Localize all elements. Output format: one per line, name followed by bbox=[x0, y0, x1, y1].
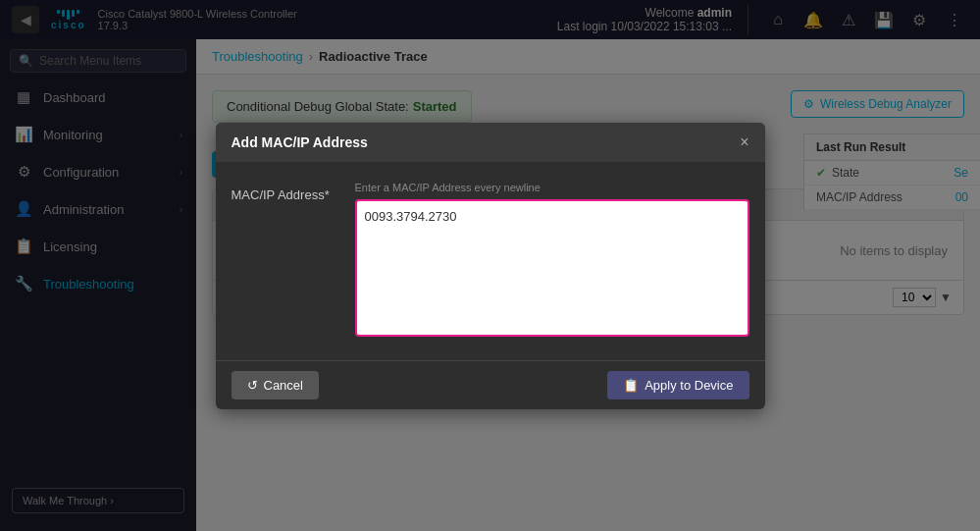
modal-hint: Enter a MAC/IP Address every newline bbox=[355, 182, 749, 193]
apply-icon: 📋 bbox=[623, 378, 639, 393]
cancel-icon: ↺ bbox=[247, 378, 258, 393]
cancel-button[interactable]: ↺ Cancel bbox=[232, 371, 319, 399]
modal-header: Add MAC/IP Address × bbox=[216, 123, 765, 162]
add-mac-modal: Add MAC/IP Address × MAC/IP Address* Ent… bbox=[216, 123, 765, 409]
modal-overlay: Add MAC/IP Address × MAC/IP Address* Ent… bbox=[0, 0, 980, 531]
modal-field-label: MAC/IP Address* bbox=[232, 182, 339, 341]
modal-input-area: Enter a MAC/IP Address every newline 009… bbox=[355, 182, 749, 341]
modal-close-button[interactable]: × bbox=[740, 134, 748, 150]
apply-label: Apply to Device bbox=[645, 378, 733, 393]
apply-to-device-button[interactable]: 📋 Apply to Device bbox=[607, 371, 748, 399]
modal-title: Add MAC/IP Address bbox=[232, 134, 368, 150]
mac-address-textarea[interactable]: 0093.3794.2730 bbox=[355, 199, 749, 337]
modal-footer: ↺ Cancel 📋 Apply to Device bbox=[216, 360, 765, 409]
modal-body: MAC/IP Address* Enter a MAC/IP Address e… bbox=[216, 162, 765, 360]
cancel-label: Cancel bbox=[264, 378, 303, 393]
